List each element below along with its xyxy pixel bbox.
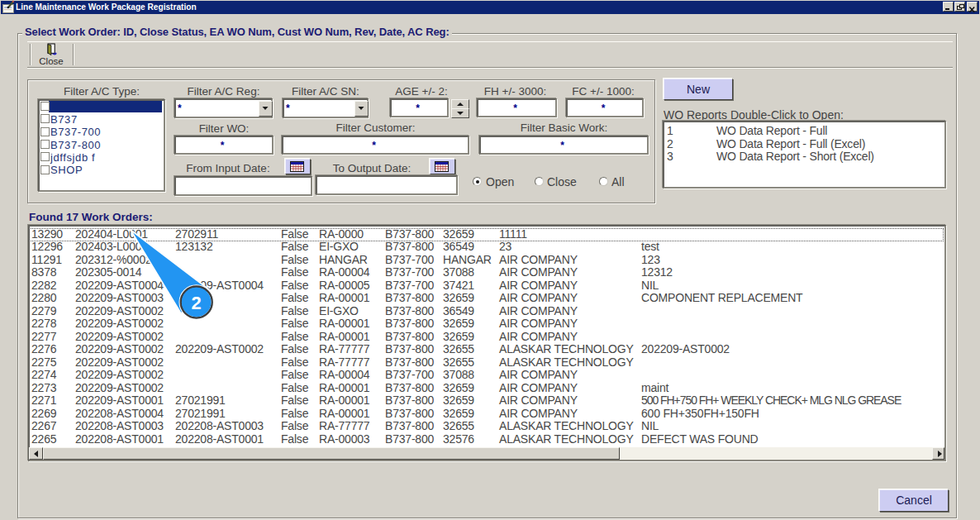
- svg-text:2: 2: [192, 293, 202, 313]
